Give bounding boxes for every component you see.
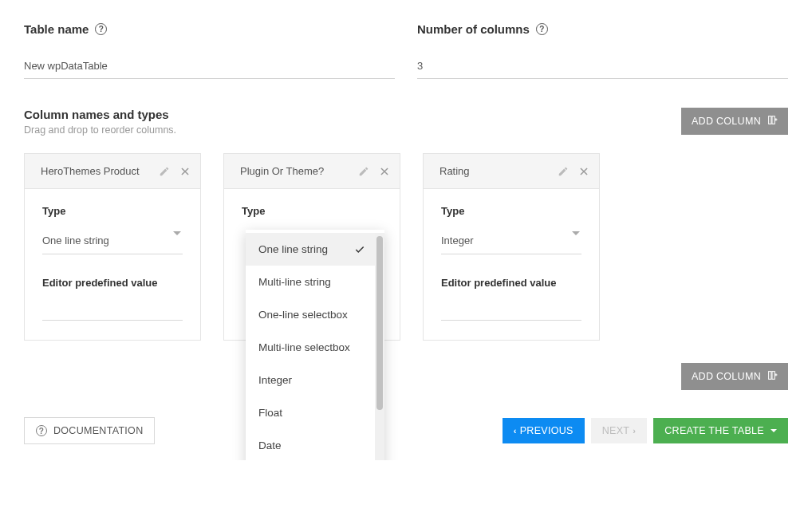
dropdown-option-label: One line string [258, 243, 328, 255]
chevron-right-icon: › [633, 426, 636, 435]
svg-rect-10 [769, 372, 771, 380]
num-columns-input[interactable] [417, 57, 788, 79]
chevron-down-icon [572, 231, 580, 235]
dropdown-option[interactable]: Integer [246, 364, 384, 396]
columns-icon [767, 115, 778, 128]
previous-button[interactable]: ‹ PREVIOUS [503, 418, 585, 443]
close-icon[interactable] [379, 166, 390, 177]
dropdown-option-label: Date [258, 439, 282, 451]
close-icon[interactable] [179, 166, 191, 177]
table-name-field: Table name ? [24, 22, 414, 79]
edit-icon[interactable] [558, 166, 569, 177]
top-fields: Table name ? Number of columns ? [24, 22, 788, 79]
dropdown-option[interactable]: Float [246, 396, 384, 429]
svg-rect-11 [772, 372, 775, 380]
column-header: HeroThemes Product [25, 154, 200, 189]
predefined-input[interactable] [441, 305, 581, 321]
column-card[interactable]: HeroThemes Product Type One line string … [24, 153, 201, 341]
svg-rect-0 [769, 116, 771, 124]
column-header: Plugin Or Theme? [224, 154, 400, 189]
column-body: Type One line string Editor predefined v… [25, 189, 200, 340]
edit-icon[interactable] [358, 166, 369, 177]
type-label: Type [42, 205, 183, 217]
predefined-label: Editor predefined value [42, 277, 183, 289]
next-button: NEXT › [591, 418, 648, 443]
dropdown-option-label: One-line selectbox [258, 309, 348, 321]
column-name[interactable]: Plugin Or Theme? [240, 165, 358, 177]
section-title: Column names and types [24, 108, 176, 121]
column-actions [159, 166, 191, 177]
bottom-add-row: ADD COLUMN [24, 363, 788, 390]
column-actions [558, 166, 589, 177]
check-icon [354, 244, 365, 255]
dropdown-option[interactable]: Multi-line selectbox [246, 331, 384, 364]
num-columns-label: Number of columns ? [417, 22, 788, 36]
column-name[interactable]: HeroThemes Product [41, 165, 159, 177]
footer-right: ‹ PREVIOUS NEXT › CREATE THE TABLE [503, 418, 788, 443]
chevron-down-icon [173, 231, 181, 235]
section-header: Column names and types Drag and drop to … [24, 108, 788, 136]
dropdown-option-label: Float [258, 407, 282, 419]
columns-icon [767, 370, 778, 383]
dropdown-option[interactable]: Date [246, 429, 384, 460]
column-card[interactable]: Rating Type Integer Editor predefined va… [423, 153, 600, 341]
documentation-label: DOCUMENTATION [53, 425, 143, 436]
scrollbar-thumb[interactable] [376, 236, 383, 410]
previous-label: PREVIOUS [520, 425, 574, 436]
column-header: Rating [424, 154, 599, 189]
type-label: Type [242, 205, 382, 217]
predefined-label: Editor predefined value [441, 277, 581, 289]
create-table-button[interactable]: CREATE THE TABLE [653, 418, 788, 443]
num-columns-field: Number of columns ? [414, 22, 788, 79]
column-actions [358, 166, 390, 177]
columns-container: HeroThemes Product Type One line string … [24, 153, 788, 341]
add-column-button[interactable]: ADD COLUMN [681, 363, 788, 390]
table-name-label-text: Table name [24, 22, 89, 36]
documentation-button[interactable]: ? DOCUMENTATION [24, 417, 155, 444]
table-name-input[interactable] [24, 57, 395, 79]
column-body: Type Integer Editor predefined value [424, 189, 599, 340]
type-dropdown[interactable]: One line string Multi-line string One-li… [246, 230, 384, 460]
section-header-text: Column names and types Drag and drop to … [24, 108, 176, 136]
help-icon[interactable]: ? [536, 23, 548, 35]
dropdown-option[interactable]: One line string [246, 233, 384, 266]
add-column-label: ADD COLUMN [692, 371, 761, 382]
dropdown-option[interactable]: Multi-line string [246, 266, 384, 298]
section-subtitle: Drag and drop to reorder columns. [24, 124, 176, 136]
dropdown-scroll[interactable]: One line string Multi-line string One-li… [246, 233, 384, 460]
type-value: Integer [441, 234, 473, 246]
edit-icon[interactable] [159, 166, 170, 177]
add-column-button[interactable]: ADD COLUMN [681, 108, 788, 135]
type-label: Type [441, 205, 581, 217]
footer: ? DOCUMENTATION ‹ PREVIOUS NEXT › CREATE… [24, 417, 788, 444]
column-name[interactable]: Rating [440, 165, 558, 177]
svg-rect-1 [772, 116, 775, 124]
help-icon[interactable]: ? [95, 23, 107, 35]
next-label: NEXT [602, 425, 630, 436]
chevron-down-icon [771, 429, 777, 432]
dropdown-option[interactable]: One-line selectbox [246, 298, 384, 331]
close-icon[interactable] [578, 166, 589, 177]
add-column-label: ADD COLUMN [692, 116, 761, 127]
type-select[interactable]: One line string [42, 228, 183, 254]
create-table-label: CREATE THE TABLE [664, 425, 764, 436]
type-value: One line string [42, 234, 109, 246]
type-select[interactable]: Integer [441, 228, 581, 254]
dropdown-option-label: Multi-line string [258, 276, 331, 288]
help-icon: ? [36, 425, 47, 436]
dropdown-option-label: Integer [258, 374, 292, 386]
dropdown-option-label: Multi-line selectbox [258, 341, 350, 353]
chevron-left-icon: ‹ [514, 426, 517, 435]
num-columns-label-text: Number of columns [417, 22, 530, 36]
predefined-input[interactable] [42, 305, 183, 321]
table-name-label: Table name ? [24, 22, 395, 36]
scrollbar-track[interactable] [375, 233, 384, 460]
